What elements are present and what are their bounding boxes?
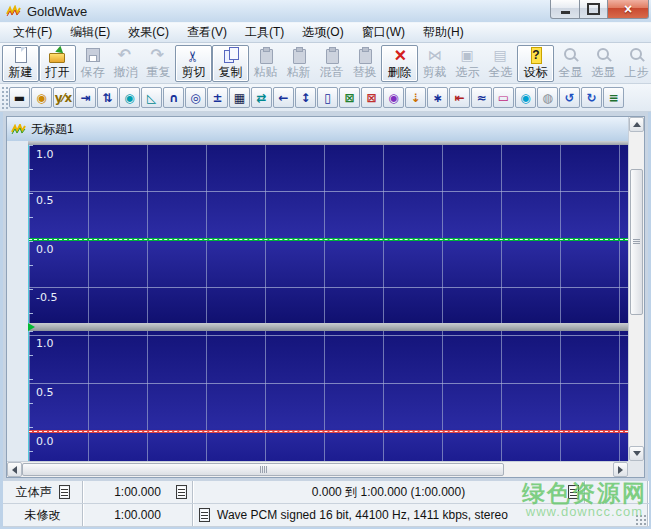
arrow-down-icon: [633, 451, 641, 460]
noise-reduction-icon[interactable]: ∗: [427, 87, 448, 108]
vertical-scroll-thumb[interactable]: [630, 169, 643, 315]
shape-volume-icon[interactable]: ▯: [317, 87, 338, 108]
horizontal-scrollbar[interactable]: [7, 461, 628, 477]
monitor-icon[interactable]: ◍: [537, 87, 558, 108]
resize-grip[interactable]: [635, 514, 647, 526]
grid-vertical-lines: [29, 145, 628, 323]
toolbar-button-open[interactable]: 打开: [39, 45, 76, 82]
channel-separator[interactable]: [28, 323, 628, 331]
speaker-levels-icon[interactable]: ≡: [603, 87, 624, 108]
waveform-channel-right[interactable]: 1.00.50.0: [28, 331, 628, 461]
waveform-view[interactable]: 1.00.50.0-0.5 1.00.50.0: [7, 141, 628, 461]
filter-icon[interactable]: ◺: [141, 87, 162, 108]
minimize-button[interactable]: [550, 0, 580, 19]
pop-click-icon[interactable]: ⇤: [449, 87, 470, 108]
status-pane-2-2: Wave PCM signed 16 bit, 44100 Hz, 1411 k…: [193, 504, 648, 526]
scroll-right-button[interactable]: [613, 462, 628, 477]
pitch-icon[interactable]: ⇄: [251, 87, 272, 108]
amplitude-ticks: [29, 145, 33, 323]
status-text: 1:00.000: [114, 508, 161, 522]
reverse-icon[interactable]: ←: [273, 87, 294, 108]
menu-item-help[interactable]: 帮助(H): [414, 21, 473, 44]
close-button[interactable]: ×: [608, 0, 649, 19]
toolbar-button-set-marker[interactable]: 设标: [517, 45, 554, 82]
window-controls: ×: [550, 0, 649, 19]
smoother-icon[interactable]: ≈: [471, 87, 492, 108]
waveform-left-margin: [7, 141, 28, 461]
new-icon: [11, 47, 31, 65]
show-all-icon: [561, 47, 581, 65]
stereo-3d-icon[interactable]: ◉: [383, 87, 404, 108]
scroll-up-button[interactable]: [629, 117, 644, 132]
control-properties-icon[interactable]: ▬: [9, 87, 30, 108]
menu-item-tools[interactable]: 工具(T): [236, 21, 293, 44]
grid-vertical-lines: [29, 331, 628, 461]
horizontal-scroll-thumb[interactable]: [22, 463, 504, 476]
scroll-left-button[interactable]: [7, 462, 22, 477]
toolbar-button-save: 保存: [76, 45, 109, 82]
maximize-button[interactable]: [580, 0, 608, 19]
toolbar-button-delete[interactable]: 删除: [381, 45, 418, 82]
toolbar-button-undo: 撤消: [109, 45, 142, 82]
menu-item-effects[interactable]: 效果(C): [119, 21, 178, 44]
playback-rate-icon[interactable]: ⇥: [75, 87, 96, 108]
toolbar-button-label: 选示: [456, 65, 480, 80]
waveform-channel-left[interactable]: 1.00.50.0-0.5: [28, 145, 628, 323]
toolbar-button-copy[interactable]: 复制: [212, 45, 249, 82]
amplitude-label: 1.0: [36, 337, 54, 350]
maximize-icon: [587, 3, 600, 15]
previous-zoom-icon: [627, 47, 647, 65]
forward-end-icon[interactable]: ↻: [581, 87, 602, 108]
toolbar-button-label: 粘新: [287, 65, 311, 80]
echo-icon[interactable]: ◉: [119, 87, 140, 108]
menu-item-options[interactable]: 选项(O): [293, 21, 352, 44]
sel-view-icon: [458, 47, 478, 65]
rewind-start-icon[interactable]: ↺: [559, 87, 580, 108]
grid-horizontal-line: [29, 191, 628, 192]
parametric-eq-icon[interactable]: ▦: [229, 87, 250, 108]
main-toolbar: 新建打开保存撤消重复剪切复制粘贴粘新混音替换删除剪裁选示全选设标全显选显上步: [0, 43, 651, 84]
grid-horizontal-line: [29, 287, 628, 288]
redo-icon: [149, 47, 169, 65]
vertical-scrollbar[interactable]: [628, 117, 644, 461]
show-selection-icon: [594, 47, 614, 65]
time-warp-icon[interactable]: ⇣: [405, 87, 426, 108]
voice-over-icon[interactable]: ▭: [493, 87, 514, 108]
menu-item-window[interactable]: 窗口(W): [353, 21, 414, 44]
menu-item-edit[interactable]: 编辑(E): [61, 21, 119, 44]
select-all-icon: [491, 47, 511, 65]
offset-icon[interactable]: ±: [207, 87, 228, 108]
title-bar[interactable]: GoldWave ×: [0, 0, 651, 22]
toolbar-button-new[interactable]: 新建: [2, 45, 39, 82]
reduce-vocals-icon[interactable]: ⊠: [361, 87, 382, 108]
toolbar-button-label: 设标: [524, 65, 548, 80]
workspace: 无标题1 1.00.50.0-0.5: [0, 112, 651, 481]
toolbar-button-sel-view: 选示: [451, 45, 484, 82]
toolbar-button-label: 混音: [320, 65, 344, 80]
toolbar-button-paste-new: 粘新: [282, 45, 315, 82]
cd-reader-icon[interactable]: ◉: [515, 87, 536, 108]
status-text: 0.000 到 1:00.000 (1:00.000): [312, 484, 465, 501]
toolbar-grip[interactable]: [1, 86, 8, 109]
toolbar-button-label: 重复: [147, 65, 171, 80]
menu-item-file[interactable]: 文件(F): [4, 21, 61, 44]
left-channel-waveform: [29, 238, 628, 241]
document-title-bar[interactable]: 无标题1: [7, 117, 628, 142]
delete-icon: [390, 47, 410, 65]
toolbar-button-trim: 剪裁: [418, 45, 451, 82]
flanger-icon[interactable]: ∩: [163, 87, 184, 108]
menu-item-view[interactable]: 查看(V): [178, 21, 236, 44]
toolbar-button-label: 上步: [625, 65, 649, 80]
mechanize-icon[interactable]: ◎: [185, 87, 206, 108]
device-controls-icon[interactable]: ◉: [31, 87, 52, 108]
status-bar: 立体声1:00.0000.000 到 1:00.000 (1:00.000) 未…: [0, 481, 651, 527]
doppler-icon[interactable]: ⇅: [97, 87, 118, 108]
toolbar-button-cut[interactable]: 剪切: [175, 45, 212, 82]
volume-icon[interactable]: ↕: [295, 87, 316, 108]
mix-icon: [322, 47, 342, 65]
paste-new-icon: [289, 47, 309, 65]
expression-evaluator-icon[interactable]: y⁄x: [53, 87, 74, 108]
amplitude-label: 1.0: [36, 148, 54, 161]
scroll-down-button[interactable]: [629, 446, 644, 461]
stereo-mix-icon[interactable]: ⊠: [339, 87, 360, 108]
